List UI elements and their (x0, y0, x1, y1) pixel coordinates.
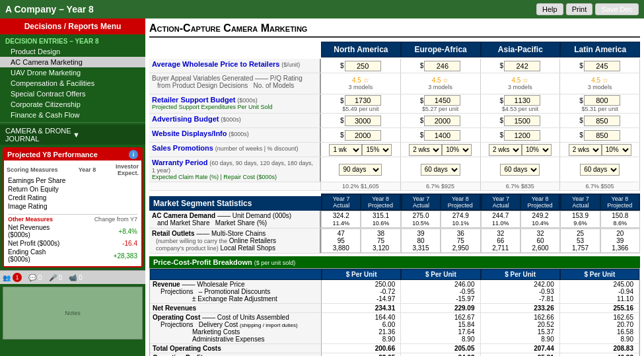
advertising-la-input[interactable] (584, 116, 620, 126)
mic-icon: 🎤 (49, 274, 57, 281)
perf-box: Projected Y8 Performance i Scoring Measu… (3, 147, 143, 267)
image-inv: 72 (96, 202, 139, 211)
sales-promo-ea-weeks[interactable]: 2 wks1 wk (409, 144, 442, 156)
sidebar-header: Decisions / Reports Menu (0, 18, 145, 34)
warranty-ap-sub: 6.7% $835 (481, 182, 561, 190)
sales-promo-na-weeks[interactable]: 1 wk2 wks3 wks (329, 144, 362, 156)
sales-promo-na-pct[interactable]: 15%10%5% (362, 144, 392, 156)
buyer-appeal-ea: 4.5 ☆ 3 models (401, 73, 481, 94)
warranty-la: 60 days90 days (560, 157, 640, 182)
warranty-na-select[interactable]: 90 days60 days120 days (339, 164, 382, 176)
pcp-ea-header: $ Per Unit (401, 269, 480, 280)
sales-promo-na: 1 wk2 wks3 wks 15%10%5% (321, 143, 401, 157)
na-retail-y7-vals: 47953,880 (321, 229, 361, 253)
avg-wholesale-ap-input[interactable] (504, 61, 540, 71)
advertising-la: $ (560, 114, 640, 127)
ap-y7-demand: 244.711.0% (481, 211, 520, 228)
la-y8-demand: 150.88.6% (600, 211, 640, 228)
na-y8-header: Year 8Projected (361, 194, 400, 210)
sales-promo-la-pct[interactable]: 10%15% (602, 144, 631, 156)
perf-info-icon[interactable]: i (129, 150, 138, 159)
warranty-na-sub: 10.2% $1,605 (321, 182, 401, 190)
advertising-na: $ (321, 114, 401, 127)
ea-y7-demand: 275.010.5% (401, 211, 441, 228)
market-stats-header: Market Segment Statistics Year 7Actual Y… (149, 194, 640, 211)
pcp-header: Price-Cost-Profit Breakdown ($ per unit … (149, 256, 640, 268)
sidebar-item-product-design[interactable]: Product Design (0, 46, 145, 57)
website-ap-input[interactable] (504, 130, 540, 141)
ea-y8-header: Year 8Projected (441, 194, 480, 210)
sales-promo-ap-weeks[interactable]: 2 wks1 wk (489, 144, 522, 156)
retail-label: Retail Outlets —— Multi-Store Chains (nu… (149, 229, 321, 253)
chat-item-3[interactable]: 🎤 0 (49, 274, 63, 281)
retailer-support-label: Retailer Support Budget ($000s) Projecte… (149, 94, 321, 113)
sidebar: Decisions / Reports Menu DECISION ENTRIE… (0, 18, 145, 356)
website-row: Website Displays/Info ($000s) $ $ $ $ (149, 128, 640, 143)
warranty-ea-select[interactable]: 60 days90 days (421, 164, 460, 176)
sidebar-scroll[interactable]: DECISION ENTRIES – YEAR 8 Product Design… (0, 34, 145, 356)
pcp-ap-header: $ Per Unit (481, 269, 560, 280)
help-button[interactable]: Help (536, 3, 563, 15)
avg-wholesale-row: Average Wholesale Price to Retailers ($/… (149, 59, 640, 73)
avg-wholesale-na-input[interactable] (345, 61, 381, 71)
advertising-na-input[interactable] (345, 116, 381, 126)
ap-stat-headers: Year 7Actual Year 8Projected (481, 194, 561, 211)
chat-item-4[interactable]: 📹 0 (69, 274, 83, 281)
chat-item-2[interactable]: 💬 0 (28, 274, 42, 281)
sales-promo-la-weeks[interactable]: 2 wks1 wk (569, 144, 602, 156)
website-ea-input[interactable] (424, 130, 460, 141)
pcp-la-revenue: 245.00 -0.94 11.10 (560, 280, 639, 304)
retail-outlets-header: Retail Outlets —— Multi-Store Chains (nu… (149, 229, 640, 254)
retailer-support-ea-input[interactable] (424, 95, 460, 106)
net-rev-y8: 467,104 (69, 223, 96, 239)
sidebar-item-special-contract[interactable]: Special Contract Offers (0, 89, 145, 99)
website-na-input[interactable] (345, 130, 381, 141)
top-header: A Company – Year 8 Help Print Save Dec (0, 0, 644, 18)
chat-item-1[interactable]: 👥 1 (3, 273, 22, 282)
avg-wholesale-ea-input[interactable] (424, 61, 460, 71)
retailer-support-ap-input[interactable] (504, 95, 540, 106)
warranty-ap-select[interactable]: 60 days90 days (500, 164, 540, 176)
sales-promo-ap-pct[interactable]: 10%15% (522, 144, 552, 156)
advertising-ea-input[interactable] (424, 116, 460, 126)
sidebar-journal-dropdown[interactable]: CAMERA & DRONE JOURNAL ▼ (0, 125, 145, 145)
sidebar-item-ac-camera[interactable]: AC Camera Marketing (0, 57, 145, 67)
retailer-support-na-input[interactable] (345, 95, 381, 106)
header-buttons: Help Print Save Dec (536, 3, 639, 15)
net-rev-chg: +8.4% (96, 223, 139, 239)
pcp-la-net-rev: 255.16 (560, 304, 639, 313)
pcp-ap-op-profit: 25.81 (481, 353, 560, 356)
advertising-ap-input[interactable] (504, 116, 540, 126)
table-row: Return On Equity 20.3% 25.0% (7, 185, 139, 194)
pcp-ea-op-profit: 24.03 (401, 353, 480, 356)
region-header-na: North America (321, 42, 401, 57)
advertising-ap: $ (481, 114, 561, 127)
website-la-input[interactable] (584, 130, 620, 141)
sidebar-item-corporate[interactable]: Corporate Citizenship (0, 99, 145, 110)
buyer-appeal-la: 4.5 ☆ 3 models (560, 73, 640, 94)
sales-promo-ea-pct[interactable]: 10%15% (442, 144, 472, 156)
retailer-support-la-input[interactable] (584, 95, 620, 106)
pcp-la-op-profit: 46.33 (560, 353, 639, 356)
pcp-ap-revenue: 242.00 -0.93 -7.81 (481, 280, 560, 304)
sidebar-item-compensation[interactable]: Compensation & Facilities (0, 78, 145, 89)
sidebar-item-uav-drone[interactable]: UAV Drone Marketing (0, 67, 145, 78)
pcp-revenue-label: Revenue —— Wholesale Price Projections –… (150, 280, 322, 304)
sidebar-item-finance[interactable]: Finance & Cash Flow (0, 110, 145, 120)
advertising-row: Advertising Budget ($000s) $ $ $ $ (149, 114, 640, 128)
warranty-la-select[interactable]: 60 days90 days (580, 164, 620, 176)
ea-retail-y8-vals: 36752,950 (441, 229, 480, 253)
chat-count-4: 0 (79, 274, 83, 281)
avg-wholesale-la-input[interactable] (584, 61, 620, 71)
na-y8-demand: 315.110.6% (361, 211, 400, 228)
save-button[interactable]: Save Dec (595, 3, 639, 15)
table-row: Image Rating 76 72 (7, 202, 139, 211)
pcp-total-opcost-label: Total Operating Costs (150, 344, 322, 353)
sales-promo-la: 2 wks1 wk 10%15% (560, 143, 640, 157)
app-title: A Company – Year 8 (5, 4, 94, 15)
avg-wholesale-la: $ (560, 59, 640, 73)
print-button[interactable]: Print (566, 3, 593, 15)
ap-retail-y8-vals: 32602,600 (520, 229, 560, 253)
content-area[interactable]: Action-Capture Camera Marketing North Am… (145, 18, 644, 356)
ac-demand-row: AC Camera Demand —— Unit Demand (000s) a… (149, 211, 640, 229)
